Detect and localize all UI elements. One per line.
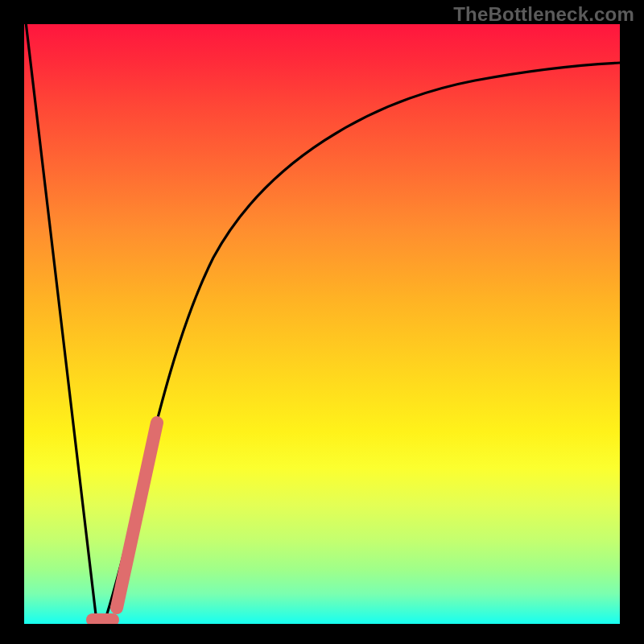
bottleneck-curve xyxy=(24,24,620,621)
chart-svg xyxy=(24,24,620,624)
curve-path xyxy=(24,24,620,621)
chart-container: TheBottleneck.com xyxy=(0,0,644,644)
watermark-text: TheBottleneck.com xyxy=(453,3,634,26)
highlight-line xyxy=(117,423,157,608)
plot-area xyxy=(24,24,620,624)
highlight-segment xyxy=(93,423,157,620)
